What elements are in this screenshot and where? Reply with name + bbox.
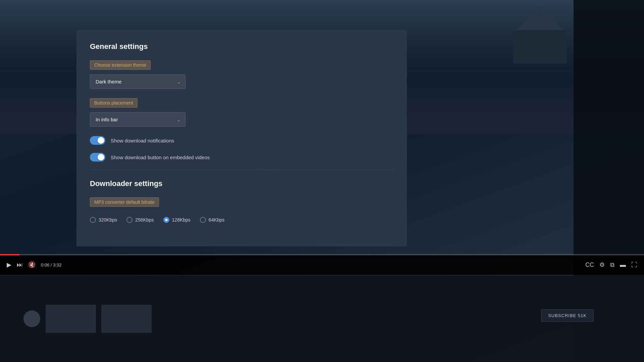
mp3-bitrate-label: MP3 converter default bitrate — [90, 197, 159, 207]
bitrate-256-item[interactable]: 256Kbps — [126, 217, 154, 223]
buttons-select-wrapper: In info bar Below video Above video ⌄ — [90, 112, 185, 127]
miniplayer-button[interactable]: ⧉ — [610, 261, 614, 268]
fullscreen-button[interactable]: ⛶ — [631, 261, 637, 268]
embedded-toggle-row: Show download button on embedded videos — [90, 153, 393, 162]
theme-section: Choose extension theme Dark theme Light … — [90, 60, 393, 89]
settings-panel: General settings Choose extension theme … — [76, 30, 407, 246]
bitrate-320-item[interactable]: 320Kbps — [90, 217, 117, 223]
bitrate-64-label: 64Kbps — [209, 217, 224, 223]
notifications-toggle-thumb — [98, 137, 104, 144]
theater-button[interactable]: ▬ — [620, 261, 626, 268]
bitrate-256-label: 256Kbps — [135, 217, 154, 223]
channel-avatar — [23, 310, 40, 327]
skip-button[interactable]: ⏭ — [17, 261, 23, 268]
embedded-toggle-label: Show download button on embedded videos — [111, 155, 210, 160]
video-thumbnail-2[interactable] — [101, 305, 152, 333]
video-controls: ▶ ⏭ 🔇 0:06 / 3:32 CC ⚙ ⧉ ▬ ⛶ — [0, 255, 644, 275]
time-display: 0:06 / 3:32 — [41, 262, 61, 267]
bitrate-64-item[interactable]: 64Kbps — [200, 217, 224, 223]
buttons-placement-section: Buttons placement In info bar Below vide… — [90, 98, 393, 127]
mute-button[interactable]: 🔇 — [28, 261, 36, 268]
bitrate-128-label: 128Kbps — [172, 217, 191, 223]
notifications-toggle-track — [90, 136, 105, 145]
right-video-controls: CC ⚙ ⧉ ▬ ⛶ — [585, 261, 637, 268]
bitrate-128-radio[interactable] — [163, 217, 169, 223]
buttons-placement-label: Buttons placement — [90, 98, 138, 108]
bitrate-radio-group: 320Kbps 256Kbps 128Kbps 64Kbps — [90, 217, 393, 223]
play-button[interactable]: ▶ — [7, 261, 11, 268]
house-graphic — [503, 7, 577, 74]
subscribe-button[interactable]: SUBSCRIBE 51K — [541, 309, 594, 322]
bitrate-64-radio[interactable] — [200, 217, 206, 223]
subscribe-area: SUBSCRIBE 51K — [541, 309, 594, 322]
bitrate-320-label: 320Kbps — [99, 217, 117, 223]
theme-select-wrapper: Dark theme Light theme System default ⌄ — [90, 74, 185, 89]
embedded-toggle-thumb — [98, 154, 104, 161]
theme-label: Choose extension theme — [90, 60, 151, 70]
settings-button[interactable]: ⚙ — [599, 261, 605, 268]
bitrate-256-radio[interactable] — [126, 217, 132, 223]
general-settings-title: General settings — [90, 42, 393, 51]
notifications-toggle-row: Show download notifications — [90, 136, 393, 145]
mp3-bitrate-section: MP3 converter default bitrate 320Kbps 25… — [90, 197, 393, 223]
buttons-placement-select[interactable]: In info bar Below video Above video — [90, 112, 185, 127]
progress-fill — [0, 254, 19, 255]
embedded-toggle[interactable] — [90, 153, 105, 162]
captions-button[interactable]: CC — [585, 261, 594, 268]
bitrate-320-radio[interactable] — [90, 217, 96, 223]
video-progress-bar[interactable] — [0, 254, 644, 255]
notifications-toggle[interactable] — [90, 136, 105, 145]
theme-select[interactable]: Dark theme Light theme System default — [90, 74, 185, 89]
embedded-toggle-track — [90, 153, 105, 162]
settings-divider — [90, 170, 393, 170]
downloader-settings-title: Downloader settings — [90, 179, 393, 188]
video-thumbnail-1[interactable] — [46, 305, 96, 333]
bitrate-128-item[interactable]: 128Kbps — [163, 217, 191, 223]
notifications-toggle-label: Show download notifications — [111, 138, 174, 143]
